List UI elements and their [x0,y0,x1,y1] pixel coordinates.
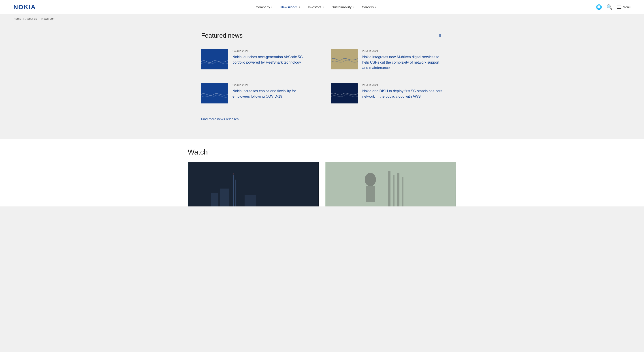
menu-button[interactable]: Menu [617,5,630,9]
site-header: NOKIA Company ▾ Newsroom ▾ Investors ▾ S… [0,0,644,14]
breadcrumb: Home | About us | Newsroom [0,14,644,23]
news-thumbnail-2 [331,49,358,69]
featured-news-section: Featured news ⇧ 24 Jun 2021 No [201,32,443,130]
news-item-2[interactable]: 23 Jun 2021 Nokia integrates new AI-driv… [322,43,443,77]
main-nav: Company ▾ Newsroom ▾ Investors ▾ Sustain… [36,5,596,9]
header-actions: 🌐 🔍 Menu [596,4,630,10]
svg-point-8 [233,174,234,174]
section-header: Featured news ⇧ [201,32,443,43]
news-content-4: 21 Jun 2021 Nokia and DISH to deploy fir… [362,83,443,99]
logo-area[interactable]: NOKIA [14,4,36,11]
svg-rect-1 [331,49,358,69]
news-content-1: 24 Jun 2021 Nokia launches next-generati… [232,49,313,65]
breadcrumb-home[interactable]: Home [14,17,21,20]
svg-rect-10 [220,189,229,206]
news-thumbnail-4 [331,83,358,104]
globe-icon[interactable]: 🌐 [596,4,602,10]
news-date-3: 22 Jun 2021 [232,83,313,87]
news-content-3: 22 Jun 2021 Nokia increases choice and f… [232,83,313,99]
section-title: Featured news [201,32,242,39]
watch-grid [188,162,456,206]
nav-company[interactable]: Company ▾ [256,5,272,9]
news-date-1: 24 Jun 2021 [232,49,313,53]
chevron-down-icon: ▾ [271,6,272,8]
news-title-2[interactable]: Nokia integrates new AI-driven digital s… [362,55,439,70]
news-title-1[interactable]: Nokia launches next-generation AirScale … [232,55,303,64]
main-content: Featured news ⇧ 24 Jun 2021 No [188,23,456,139]
news-date-4: 21 Jun 2021 [362,83,443,87]
news-content-2: 23 Jun 2021 Nokia integrates new AI-driv… [362,49,443,71]
news-item-1[interactable]: 24 Jun 2021 Nokia launches next-generati… [201,43,322,77]
chevron-down-icon: ▾ [375,6,376,8]
svg-rect-0 [201,49,228,69]
news-grid: 24 Jun 2021 Nokia launches next-generati… [201,43,443,110]
collapse-button[interactable]: ⇧ [437,32,443,39]
breadcrumb-sep-2: | [39,17,40,20]
chevron-down-icon: ▾ [323,6,324,8]
breadcrumb-current: Newsroom [42,17,55,20]
news-thumbnail-3 [201,83,228,104]
watch-title: Watch [188,148,456,156]
nav-investors[interactable]: Investors ▾ [308,5,324,9]
hamburger-icon [617,6,622,9]
svg-rect-14 [366,186,375,202]
watch-video-1[interactable] [188,162,319,206]
news-date-2: 23 Jun 2021 [362,49,443,53]
svg-point-13 [365,173,376,186]
news-item-3[interactable]: 22 Jun 2021 Nokia increases choice and f… [201,77,322,110]
svg-rect-2 [201,83,228,104]
breadcrumb-sep-1: | [23,17,24,20]
find-more-area: Find more news releases [201,110,443,130]
svg-rect-15 [388,171,390,206]
news-title-4[interactable]: Nokia and DISH to deploy first 5G standa… [362,89,442,98]
news-item-4[interactable]: 21 Jun 2021 Nokia and DISH to deploy fir… [322,77,443,110]
nav-careers[interactable]: Careers ▾ [362,5,376,9]
breadcrumb-about-us[interactable]: About us [26,17,37,20]
watch-video-2[interactable] [325,162,456,206]
chevron-down-icon: ▾ [353,6,354,8]
watch-section: Watch [0,139,644,206]
svg-rect-18 [402,177,404,206]
search-icon[interactable]: 🔍 [606,4,612,10]
nav-sustainability[interactable]: Sustainability ▾ [332,5,354,9]
news-thumbnail-1 [201,49,228,69]
svg-rect-9 [211,193,218,206]
svg-rect-16 [393,175,394,206]
find-more-link[interactable]: Find more news releases [201,117,239,121]
chevron-down-icon: ▾ [299,6,300,8]
svg-rect-17 [397,173,400,206]
nav-newsroom[interactable]: Newsroom ▾ [280,5,300,9]
news-title-3[interactable]: Nokia increases choice and flexibility f… [232,89,296,98]
svg-rect-11 [244,195,256,206]
nokia-logo: NOKIA [14,4,36,11]
